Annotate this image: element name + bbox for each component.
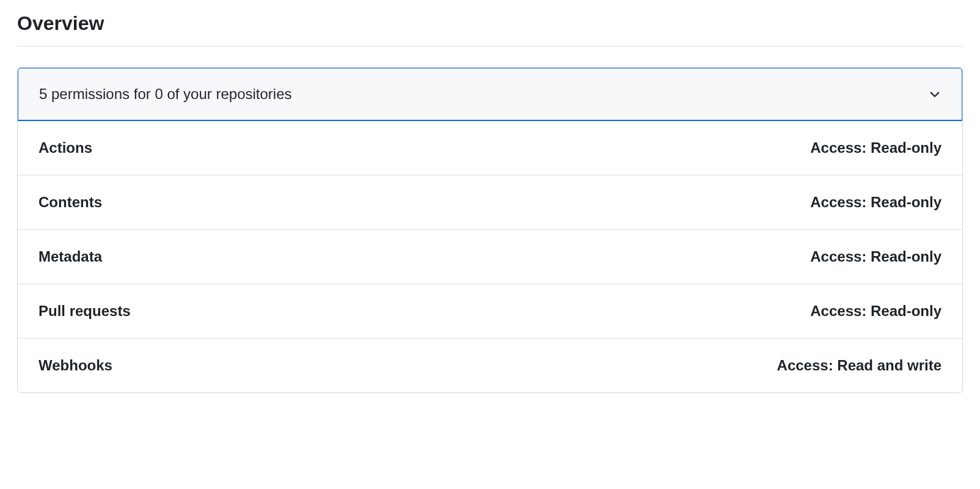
permission-name: Actions [38, 139, 92, 156]
permission-access: Access: Read-only [810, 194, 942, 211]
permission-row: Pull requests Access: Read-only [18, 284, 962, 338]
permission-access: Access: Read and write [777, 357, 942, 374]
title-divider [17, 46, 963, 46]
permissions-panel: 5 permissions for 0 of your repositories… [17, 67, 963, 393]
permission-row: Contents Access: Read-only [18, 175, 962, 229]
permission-access: Access: Read-only [810, 139, 942, 156]
permission-row: Actions Access: Read-only [18, 121, 962, 175]
permission-row: Metadata Access: Read-only [18, 229, 962, 284]
chevron-down-icon [929, 88, 941, 100]
permission-name: Contents [38, 194, 102, 211]
permission-access: Access: Read-only [810, 303, 942, 320]
permissions-summary: 5 permissions for 0 of your repositories [39, 86, 292, 103]
permission-access: Access: Read-only [810, 248, 942, 265]
permission-row: Webhooks Access: Read and write [18, 338, 962, 392]
permission-name: Webhooks [38, 357, 112, 374]
page-title: Overview [17, 12, 963, 35]
permission-name: Metadata [38, 248, 102, 265]
permissions-panel-header[interactable]: 5 permissions for 0 of your repositories [17, 67, 963, 121]
permissions-list: Actions Access: Read-only Contents Acces… [18, 121, 962, 392]
permission-name: Pull requests [38, 303, 131, 320]
